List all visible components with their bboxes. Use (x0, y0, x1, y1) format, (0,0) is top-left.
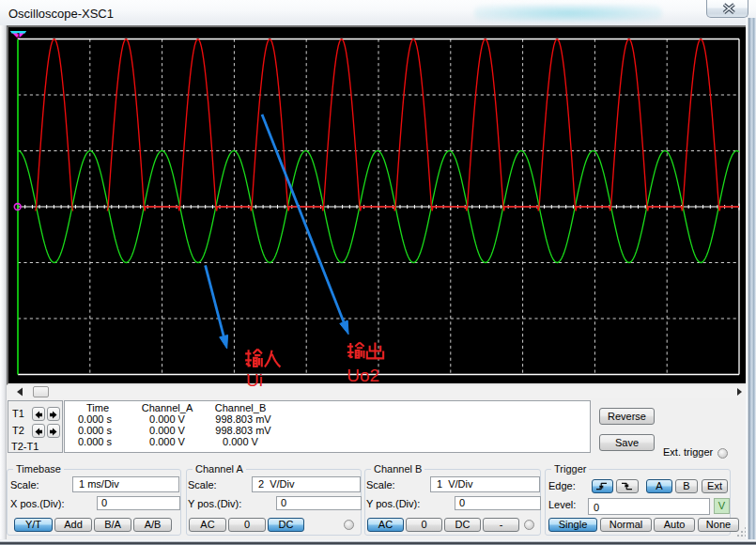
svg-text:Ui: Ui (246, 370, 263, 390)
svg-text:Uo2: Uo2 (347, 366, 379, 385)
svg-text:1: 1 (16, 31, 21, 39)
